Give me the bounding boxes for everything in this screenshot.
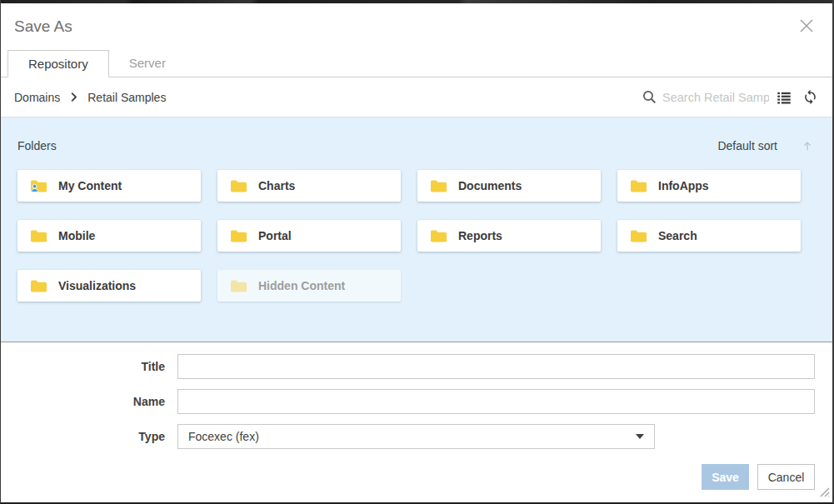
folder-tile-documents[interactable]: Documents: [417, 170, 601, 202]
folder-label: Reports: [458, 229, 502, 242]
type-select-value: Focexec (fex): [188, 430, 259, 443]
name-label: Name: [1, 395, 165, 408]
dialog-header: Save As: [1, 3, 832, 50]
folder-label: Documents: [458, 179, 522, 192]
save-button[interactable]: Save: [702, 464, 749, 490]
name-input[interactable]: [177, 389, 815, 414]
save-as-dialog: Save As Repository Server Domains Retail…: [0, 0, 834, 504]
toolbar: [642, 87, 821, 108]
folders-panel-header: Folders Default sort: [1, 117, 832, 152]
folders-heading: Folders: [17, 139, 57, 152]
title-label: Title: [1, 360, 165, 373]
search-icon[interactable]: [642, 89, 657, 105]
tab-server[interactable]: Server: [109, 49, 186, 77]
chevron-right-icon: [67, 91, 80, 103]
folder-tile-charts[interactable]: Charts: [217, 170, 401, 202]
folder-icon: [430, 179, 447, 193]
tab-repository[interactable]: Repository: [7, 50, 109, 77]
dialog-title: Save As: [14, 17, 72, 36]
sort-arrow-up-icon[interactable]: [801, 139, 814, 152]
folder-label: My Content: [58, 179, 122, 192]
folder-tile-hidden-content[interactable]: Hidden Content: [217, 270, 401, 302]
close-icon: [796, 15, 817, 40]
close-button[interactable]: [794, 15, 819, 40]
folder-icon: [230, 179, 247, 193]
folder-icon: [430, 229, 447, 243]
tab-server-label: Server: [129, 56, 166, 70]
folder-label: Portal: [258, 229, 292, 242]
folder-tile-infoapps[interactable]: InfoApps: [617, 170, 801, 202]
resize-grip-icon[interactable]: [819, 486, 830, 501]
breadcrumb-item-domains[interactable]: Domains: [14, 91, 60, 104]
caret-down-icon: [636, 434, 644, 439]
folder-tile-my-content[interactable]: My Content: [17, 170, 201, 202]
type-label: Type: [1, 430, 165, 443]
type-select[interactable]: Focexec (fex): [177, 424, 655, 449]
folder-tile-portal[interactable]: Portal: [217, 220, 401, 252]
tab-repository-label: Repository: [28, 57, 88, 71]
cancel-button[interactable]: Cancel: [757, 464, 815, 490]
search-input[interactable]: [662, 91, 769, 104]
folder-tile-search[interactable]: Search: [617, 220, 801, 252]
breadcrumb-item-retail-samples[interactable]: Retail Samples: [87, 91, 166, 104]
folder-icon: [230, 279, 247, 293]
folder-tile-mobile[interactable]: Mobile: [17, 220, 201, 252]
folder-icon: [30, 229, 47, 243]
folder-tile-reports[interactable]: Reports: [417, 220, 601, 252]
folder-label: Hidden Content: [258, 279, 345, 292]
folder-label: Visualizations: [58, 279, 136, 292]
folder-icon: [230, 229, 247, 243]
folder-label: Charts: [258, 179, 295, 192]
list-view-icon[interactable]: [773, 87, 795, 108]
title-input[interactable]: [177, 354, 815, 379]
type-row: Type Focexec (fex): [1, 424, 815, 449]
name-row: Name: [1, 389, 815, 414]
breadcrumb-toolbar-row: Domains Retail Samples: [1, 77, 832, 117]
save-form: Title Name Type Focexec (fex) Save Cance…: [1, 342, 832, 490]
dialog-actions: Save Cancel: [1, 464, 832, 490]
refresh-icon[interactable]: [799, 87, 821, 108]
folder-user-icon: [30, 179, 47, 193]
sort-label[interactable]: Default sort: [717, 139, 777, 152]
title-row: Title: [1, 354, 815, 379]
folder-tile-visualizations[interactable]: Visualizations: [17, 270, 201, 302]
folder-label: Search: [658, 229, 697, 242]
folder-label: InfoApps: [658, 179, 709, 192]
sort-control: Default sort: [717, 139, 814, 152]
folders-panel: Folders Default sort My Content Charts: [1, 117, 832, 342]
folder-icon: [630, 229, 647, 243]
folder-icon: [30, 279, 47, 293]
folder-icon: [630, 179, 647, 193]
folder-label: Mobile: [58, 229, 95, 242]
tab-bar: Repository Server: [1, 50, 832, 77]
folder-grid: My Content Charts Documents InfoApps: [17, 170, 816, 302]
